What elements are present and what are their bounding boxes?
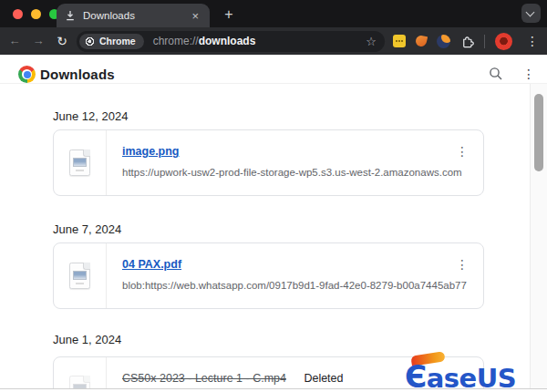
download-card: image.png https://upwork-usw2-prod-file-…: [53, 129, 484, 196]
date-heading: June 7, 2024: [53, 222, 121, 236]
page-menu-icon[interactable]: ⋮: [520, 66, 538, 82]
profile-avatar[interactable]: [495, 33, 512, 50]
status-badge: Deleted: [304, 372, 343, 385]
header-divider: [0, 83, 547, 84]
extension-flame-icon[interactable]: [415, 35, 428, 47]
chrome-mono-icon: [85, 36, 95, 46]
page-title: Downloads: [40, 67, 115, 82]
close-tab-icon[interactable]: ×: [189, 8, 201, 24]
address-bar[interactable]: Chrome chrome://downloads ☆: [77, 31, 385, 52]
reload-button[interactable]: ↻: [50, 27, 74, 55]
forward-button[interactable]: →: [26, 27, 50, 55]
item-menu-icon[interactable]: ⋮: [451, 142, 473, 160]
file-link[interactable]: image.png: [122, 145, 180, 158]
search-icon[interactable]: [488, 66, 504, 82]
chevron-down-icon[interactable]: [521, 4, 541, 23]
chip-label: Chrome: [99, 36, 136, 46]
file-icon-column: [54, 243, 107, 308]
chrome-logo-icon: [18, 66, 36, 83]
traffic-lights: [13, 9, 59, 19]
date-heading: June 12, 2024: [53, 109, 128, 123]
toolbar-separator: [484, 35, 485, 48]
minimize-window-button[interactable]: [31, 9, 41, 19]
file-pdf-icon: [69, 263, 90, 289]
extension-yellow-icon[interactable]: [393, 35, 406, 47]
download-icon: [65, 10, 76, 21]
bookmark-star-icon[interactable]: ☆: [366, 35, 377, 48]
new-tab-button[interactable]: +: [219, 5, 239, 25]
chrome-chip[interactable]: Chrome: [79, 34, 144, 49]
url-scheme: chrome://: [153, 35, 199, 47]
file-source-url: blob:https://web.whatsapp.com/0917b9d1-9…: [122, 280, 483, 291]
easeus-logo-text: ЄaseUS: [405, 362, 516, 392]
easeus-watermark: ЄaseUS: [405, 352, 546, 392]
url-text: chrome://downloads: [153, 35, 256, 47]
titlebar: Downloads × +: [0, 0, 547, 27]
deleted-file-name: CS50x 2023 - Lecture 1 - C.mp4: [122, 372, 286, 385]
date-heading: June 1, 2024: [53, 333, 121, 346]
file-png-icon: [69, 150, 90, 176]
tab-downloads[interactable]: Downloads ×: [57, 4, 210, 27]
scrollbar-track[interactable]: [530, 84, 547, 392]
file-icon-column: [54, 357, 107, 392]
back-button[interactable]: ←: [3, 27, 26, 55]
browser-menu-icon[interactable]: ⋮: [522, 34, 542, 48]
tab-title: Downloads: [83, 10, 189, 21]
file-icon-column: [54, 130, 107, 195]
extension-moon-icon[interactable]: [437, 35, 450, 48]
toolbar-extensions: ⋮: [393, 27, 542, 55]
file-link[interactable]: 04 PAX.pdf: [122, 258, 181, 271]
item-menu-icon[interactable]: ⋮: [451, 255, 473, 273]
file-source-url: https://upwork-usw2-prod-file-storage-wp…: [122, 167, 483, 178]
url-host: downloads: [199, 35, 256, 47]
download-card: 04 PAX.pdf blob:https://web.whatsapp.com…: [53, 242, 484, 309]
close-window-button[interactable]: [13, 9, 23, 19]
scrollbar-thumb[interactable]: [534, 94, 543, 171]
extensions-puzzle-icon[interactable]: [460, 35, 474, 48]
